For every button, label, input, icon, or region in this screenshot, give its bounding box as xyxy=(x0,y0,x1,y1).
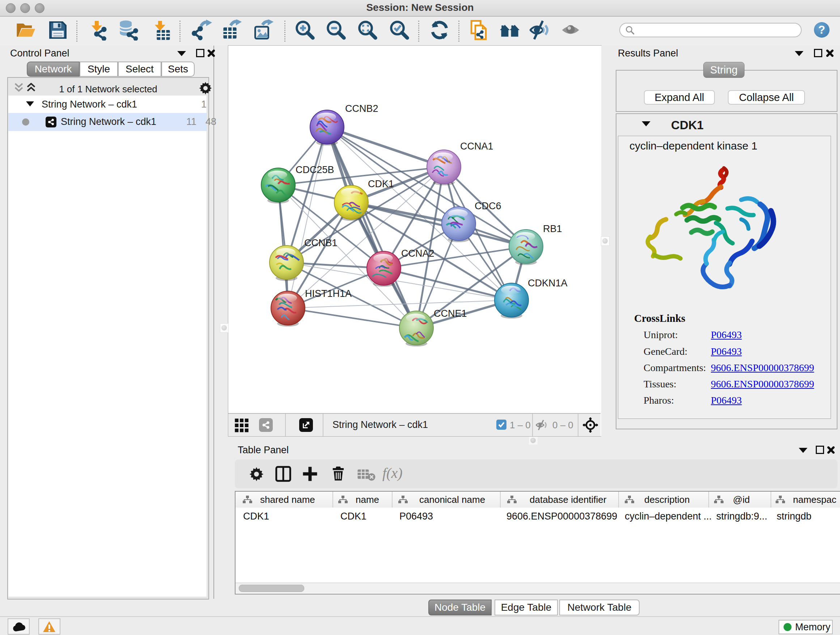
svg-text:CCNB1: CCNB1 xyxy=(304,238,338,249)
svg-text:CCNE1: CCNE1 xyxy=(434,308,467,319)
svg-text:CDKN1A: CDKN1A xyxy=(528,278,568,288)
svg-text:HIST1H1A: HIST1H1A xyxy=(305,288,352,299)
svg-text:CCNA1: CCNA1 xyxy=(460,141,493,152)
svg-text:RB1: RB1 xyxy=(543,223,562,234)
svg-text:CDC25B: CDC25B xyxy=(295,165,334,175)
svg-text:CDK1: CDK1 xyxy=(368,179,394,189)
svg-text:CDC6: CDC6 xyxy=(475,201,501,211)
svg-text:CCNA2: CCNA2 xyxy=(401,248,434,259)
svg-text:CCNB2: CCNB2 xyxy=(345,103,378,114)
